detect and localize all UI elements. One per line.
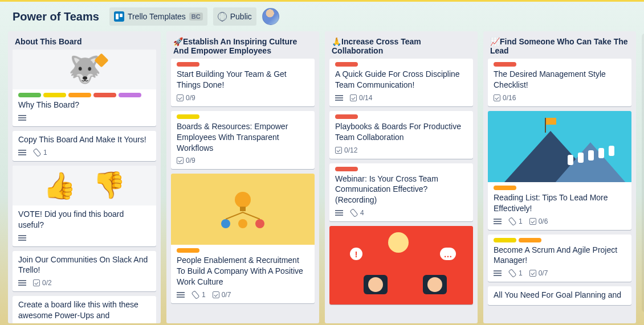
label-red[interactable] — [494, 62, 516, 67]
card[interactable]: Boards & Resources: Empower Employees Wi… — [171, 111, 315, 170]
card[interactable]: Join Our Communities On Slack And Trello… — [13, 251, 156, 292]
list-cards[interactable]: The Desired Management Style Checklist!0… — [483, 59, 636, 323]
lightbulb-team-icon — [211, 184, 274, 235]
card[interactable]: Webinar: Is Your Cross Team Communicatio… — [329, 163, 473, 222]
description-badge — [18, 149, 26, 157]
checklist-badge: 0/14 — [350, 94, 372, 102]
list-cards[interactable]: A Quick Guide For Cross Discipline Team … — [325, 59, 478, 323]
trello-logo-icon — [114, 11, 124, 22]
label-red[interactable] — [335, 114, 358, 119]
card-badges: 0/9 — [177, 155, 309, 167]
description-badge — [177, 291, 185, 299]
label-red[interactable] — [335, 62, 358, 67]
description-badge — [335, 94, 343, 102]
description-badge — [335, 209, 343, 217]
globe-icon — [218, 12, 227, 21]
description-icon — [177, 291, 185, 299]
card-labels — [177, 62, 309, 67]
label-orange[interactable] — [68, 93, 91, 97]
card[interactable]: A Quick Guide For Cross Discipline Team … — [329, 59, 473, 106]
card-title: Start Building Your Team & Get Things Do… — [177, 69, 309, 90]
list-title[interactable]: About This Board — [8, 31, 161, 50]
card[interactable]: All You Need For Goal Planning and — [488, 286, 631, 305]
label-yellow[interactable] — [177, 114, 199, 119]
svg-point-4 — [255, 219, 264, 228]
checklist-icon — [350, 94, 357, 101]
label-orange[interactable] — [494, 186, 516, 190]
list-cards[interactable]: Start Building Your Team & Get Things Do… — [166, 59, 319, 323]
template-chip[interactable]: Trello Templates BC — [109, 7, 207, 26]
attachment-icon — [507, 216, 518, 227]
svg-point-3 — [238, 219, 247, 228]
card[interactable]: Become A Scrum And Agile Project Manager… — [488, 235, 631, 282]
list-title[interactable]: 🚀Establish An Inspiring Culture And Empo… — [166, 31, 319, 59]
board-header: Power of Teams Trello Templates BC Publi… — [0, 2, 644, 31]
card-title: Copy This Board And Make It Yours! — [18, 134, 150, 145]
description-badge — [494, 269, 502, 277]
svg-point-2 — [221, 219, 230, 228]
label-orange[interactable] — [519, 238, 541, 242]
label-red[interactable] — [335, 167, 358, 171]
attachment-badge: 1 — [508, 269, 523, 277]
card-title: VOTE! Did you find this board useful? — [18, 209, 150, 231]
label-red[interactable] — [93, 93, 116, 97]
card[interactable]: !… — [329, 226, 473, 305]
label-green[interactable] — [18, 93, 41, 97]
list: 🚀Establish An Inspiring Culture And Empo… — [166, 31, 319, 323]
list: About This Board🐺Why This Board?Copy Thi… — [8, 31, 161, 323]
board-title[interactable]: Power of Teams — [8, 8, 104, 26]
description-icon — [335, 94, 343, 102]
checklist-badge: 0/9 — [177, 94, 195, 102]
card-badges: 10/6 — [494, 216, 626, 228]
card-title: The Desired Management Style Checklist! — [494, 69, 626, 90]
attachment-badge: 1 — [191, 291, 206, 299]
card-title: Become A Scrum And Agile Project Manager… — [494, 245, 626, 266]
checklist-icon — [335, 147, 342, 154]
card[interactable]: Start Building Your Team & Get Things Do… — [171, 59, 315, 106]
card-title: Join Our Communities On Slack And Trello… — [18, 254, 150, 276]
card-labels — [494, 186, 626, 190]
template-badge: BC — [189, 13, 203, 20]
list: 📈Find Someone Who Can Take The LeadThe D… — [483, 31, 636, 323]
list-title[interactable]: 🙏Increase Cross Team Collaboration — [325, 31, 478, 59]
card-badges: 0/14 — [335, 93, 467, 104]
card-title: Why This Board? — [18, 100, 150, 110]
husky-cover: 🐺 — [13, 50, 156, 89]
speech-bubble-icon: ! — [350, 248, 362, 260]
checklist-badge: 0/16 — [494, 94, 516, 102]
attachment-badge: 4 — [350, 209, 364, 217]
card-labels — [335, 167, 467, 171]
card-badges: 1 — [18, 147, 150, 159]
label-yellow[interactable] — [494, 238, 516, 242]
flag-icon — [545, 118, 546, 133]
card[interactable]: Copy This Board And Make It Yours!1 — [13, 131, 156, 161]
card-badges: 10/7 — [177, 290, 309, 301]
label-purple[interactable] — [119, 93, 141, 97]
card[interactable]: Reading List: Tips To Lead More Effectiv… — [488, 111, 631, 230]
board-canvas[interactable]: About This Board🐺Why This Board?Copy Thi… — [0, 31, 644, 323]
list-cards[interactable]: 🐺Why This Board?Copy This Board And Make… — [8, 50, 161, 323]
label-orange[interactable] — [177, 248, 199, 253]
attachment-badge: 1 — [508, 217, 523, 225]
member-avatar[interactable] — [262, 8, 279, 25]
description-icon — [494, 269, 502, 277]
card[interactable]: Create a board like this with these awes… — [13, 296, 156, 323]
card-badges — [18, 113, 150, 124]
list-title[interactable]: 📈Find Someone Who Can Take The Lead — [483, 31, 636, 59]
card[interactable]: The Desired Management Style Checklist!0… — [488, 59, 631, 106]
label-yellow[interactable] — [43, 93, 66, 97]
description-icon — [18, 234, 26, 242]
card-title: Reading List: Tips To Lead More Effectiv… — [494, 192, 626, 214]
thumbs-down-icon: 👍 — [93, 170, 125, 201]
attachment-icon — [507, 268, 518, 279]
card[interactable]: 👍👍VOTE! Did you find this board useful? — [13, 166, 156, 246]
visibility-chip[interactable]: Public — [213, 7, 256, 26]
card-badges — [18, 233, 150, 244]
card-labels — [335, 114, 467, 119]
card[interactable]: 🐺Why This Board? — [13, 50, 156, 126]
card[interactable]: Playbooks & Boards For Productive Team C… — [329, 111, 473, 159]
card[interactable]: People Enablement & Recruitment To Build… — [171, 174, 315, 303]
label-red[interactable] — [177, 62, 199, 67]
list: 🙏Increase Cross Team CollaborationA Quic… — [325, 31, 478, 323]
attachment-icon — [31, 147, 43, 158]
